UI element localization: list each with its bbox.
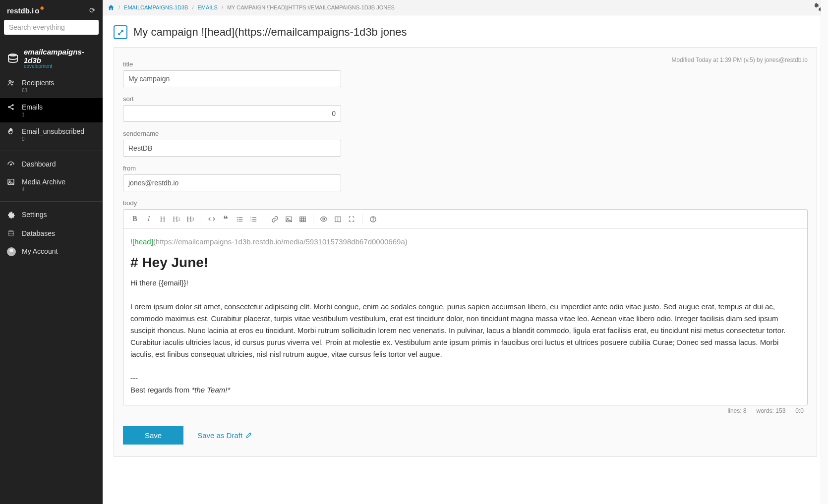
markdown-editor: B I H H2 H3 ❝ 123: [123, 209, 808, 405]
md-signoff: Best regards from *the Team!*: [130, 384, 800, 396]
editor-pos: 0:0: [795, 407, 804, 414]
svg-rect-24: [252, 221, 256, 221]
bold-icon[interactable]: B: [128, 213, 141, 225]
page-title: My campaign ![head](https://emailcampaig…: [133, 26, 407, 39]
refresh-icon[interactable]: ⟳: [89, 6, 96, 15]
database-env: development: [24, 63, 96, 69]
hand-icon: [7, 127, 16, 135]
svg-point-12: [8, 230, 14, 232]
md-image-tag: ![head]: [130, 237, 153, 246]
share-icon: [7, 103, 16, 111]
editor-lines: lines: 8: [728, 407, 747, 414]
sidebar-item-count: 4: [22, 187, 65, 192]
svg-point-13: [237, 217, 237, 218]
md-greeting: Hi there {{email}}!: [130, 277, 800, 289]
sidebar-top: restdb.io◆ ⟳: [0, 0, 103, 20]
sidebar-item-settings[interactable]: Settings: [0, 206, 103, 224]
quote-icon[interactable]: ❝: [219, 213, 232, 225]
image-icon: [7, 178, 16, 186]
svg-point-0: [8, 54, 17, 56]
sidebar-item-emails[interactable]: Emails 1: [0, 98, 103, 122]
search-input[interactable]: [4, 20, 99, 35]
scrollbar[interactable]: [821, 0, 828, 504]
sidebar-item-label: Databases: [22, 229, 55, 237]
code-icon[interactable]: [205, 213, 218, 225]
italic-icon[interactable]: I: [142, 213, 155, 225]
breadcrumb-current: MY CAMPAIGN ![HEAD](HTTPS://EMAILCAMPAIG…: [227, 4, 395, 10]
home-icon[interactable]: [108, 4, 115, 11]
image-icon[interactable]: [282, 213, 295, 225]
svg-rect-16: [238, 217, 242, 218]
from-input[interactable]: [123, 174, 341, 191]
svg-line-9: [11, 164, 12, 165]
editor-toolbar: B I H H2 H3 ❝ 123: [123, 210, 807, 229]
svg-point-26: [287, 218, 288, 219]
breadcrumb-link[interactable]: EMAILS: [198, 4, 218, 10]
avatar-icon: [7, 247, 16, 258]
heading-icon[interactable]: H: [156, 213, 169, 225]
md-paragraph: Lorem ipsum dolor sit amet, consectetur …: [130, 301, 800, 360]
sort-input[interactable]: [123, 105, 341, 122]
svg-line-6: [9, 106, 12, 107]
editor-body[interactable]: ![head](https://emailcampaigns-1d3b.rest…: [123, 229, 807, 405]
save-draft-button[interactable]: Save as Draft: [197, 431, 252, 440]
gauge-icon: [7, 160, 16, 168]
preview-icon[interactable]: [317, 213, 330, 225]
svg-point-14: [237, 219, 237, 220]
users-icon: [7, 79, 16, 87]
md-heading: # Hey June!: [130, 252, 800, 274]
field-label-sort: sort: [123, 95, 808, 103]
sidebar: restdb.io◆ ⟳ emailcampaigns-1d3b develop…: [0, 0, 103, 504]
sendername-input[interactable]: [123, 140, 341, 157]
scrollbar-thumb[interactable]: [822, 16, 828, 333]
title-input[interactable]: [123, 70, 341, 87]
database-name: emailcampaigns-1d3b: [24, 48, 96, 64]
main: / EMAILCAMPAIGNS-1D3B / EMAILS / MY CAMP…: [103, 0, 828, 504]
editor-footer: lines: 8 words: 153 0:0: [123, 405, 808, 415]
help-icon[interactable]: [366, 213, 379, 225]
svg-rect-27: [299, 217, 305, 222]
svg-point-1: [9, 80, 11, 82]
topbar: / EMAILCAMPAIGNS-1D3B / EMAILS / MY CAMP…: [103, 0, 828, 15]
sidebar-item-databases[interactable]: Databases: [0, 224, 103, 242]
sidebar-item-account[interactable]: My Account: [0, 242, 103, 263]
svg-point-15: [237, 221, 237, 222]
edit-icon: [245, 432, 252, 439]
md-image-url: (https://emailcampaigns-1d3b.restdb.io/m…: [153, 237, 408, 246]
logo[interactable]: restdb.io◆: [7, 6, 44, 15]
ol-icon[interactable]: 123: [247, 213, 260, 225]
svg-text:3: 3: [250, 220, 251, 222]
svg-rect-23: [252, 219, 256, 219]
sidebar-item-dashboard[interactable]: Dashboard: [0, 155, 103, 173]
page-header: My campaign ![head](https://emailcampaig…: [103, 15, 828, 47]
sidebar-item-label: Dashboard: [22, 160, 56, 168]
editor-words: words: 153: [757, 407, 786, 414]
sidebar-item-media[interactable]: Media Archive 4: [0, 173, 103, 197]
sidebar-item-count: 63: [22, 88, 54, 93]
ul-icon[interactable]: [233, 213, 246, 225]
sidebar-item-unsubscribed[interactable]: Email_unsubscribed 0: [0, 122, 103, 147]
sidebar-item-label: Recipients: [22, 79, 54, 87]
sidebar-item-label: Emails: [22, 103, 43, 111]
breadcrumb: / EMAILCAMPAIGNS-1D3B / EMAILS / MY CAMP…: [108, 4, 395, 11]
expand-button[interactable]: [114, 25, 127, 39]
breadcrumb-link[interactable]: EMAILCAMPAIGNS-1D3B: [124, 4, 188, 10]
button-row: Save Save as Draft: [123, 426, 808, 445]
sidebar-item-recipients[interactable]: Recipients 63: [0, 74, 103, 98]
save-button[interactable]: Save: [123, 426, 183, 445]
sidebyside-icon[interactable]: [331, 213, 344, 225]
sidebar-item-label: My Account: [22, 247, 58, 255]
field-label-body: body: [123, 199, 808, 207]
link-icon[interactable]: [268, 213, 281, 225]
svg-line-7: [9, 108, 12, 109]
database-header[interactable]: emailcampaigns-1d3b development: [0, 41, 103, 74]
table-icon[interactable]: [296, 213, 309, 225]
sidebar-item-count: 0: [22, 136, 84, 142]
heading2-icon[interactable]: H2: [170, 213, 183, 225]
field-label-from: from: [123, 165, 808, 172]
svg-point-32: [323, 218, 325, 220]
svg-point-2: [12, 81, 13, 82]
fullscreen-icon[interactable]: [345, 213, 358, 225]
sidebar-item-label: Media Archive: [22, 178, 65, 186]
heading3-icon[interactable]: H3: [184, 213, 197, 225]
